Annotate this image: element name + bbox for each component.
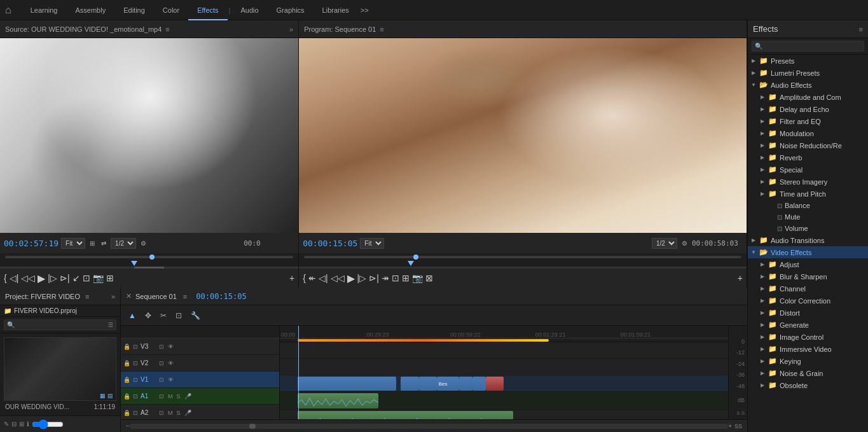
home-icon[interactable]: ⌂ [5,4,11,16]
source-scrubber-bar[interactable] [5,256,293,258]
source-scrubber[interactable] [0,253,298,261]
tree-special[interactable]: ▶ 📁 Special [748,164,868,176]
program-lift[interactable]: ⊡ [392,273,399,283]
source-play[interactable]: ▶ [38,272,45,284]
timeline-zoom-out[interactable]: − [126,422,130,429]
nav-editing[interactable]: Editing [114,0,154,20]
tool-ripple[interactable]: ✥ [142,310,154,321]
footer-info-icon[interactable]: ℹ [27,421,29,428]
track-a1-ripple[interactable]: ⊡ [158,393,165,400]
program-extract[interactable]: ⊞ [402,273,410,283]
source-step-fwd[interactable]: |▷ [48,273,57,283]
tree-amplitude[interactable]: ▶ 📁 Amplitude and Com [748,91,868,103]
tree-modulation[interactable]: ▶ 📁 Modulation [748,127,868,139]
project-menu-icon[interactable]: ≡ [85,293,89,300]
tree-noise-grain[interactable]: ▶ 📁 Noise & Grain [748,367,868,379]
source-overwrite[interactable]: ⊡ [83,273,90,283]
tool-razor[interactable]: ✂ [158,310,169,321]
timeline-scrollbar[interactable] [130,424,728,429]
track-a1-mic[interactable]: 🎤 [184,393,192,400]
timeline-close-icon[interactable]: ✕ [126,292,132,300]
track-v1-ripple[interactable]: ⊡ [158,376,165,384]
tree-obsolete[interactable]: ▶ 📁 Obsolete [748,379,868,391]
track-v1-lock[interactable]: 🔒 [123,377,130,383]
source-step-back[interactable]: ◁| [10,273,19,283]
tree-mute[interactable]: ⊡ Mute [748,211,868,223]
source-ctrl-settings[interactable]: ⚙ [139,239,148,248]
nav-color[interactable]: Color [154,0,188,20]
tree-blur-sharpen[interactable]: ▶ 📁 Blur & Sharpen [748,270,868,282]
program-step-fwd[interactable]: |▷ [357,273,367,283]
track-a2-mic[interactable]: 🎤 [184,409,192,417]
track-v3-lock[interactable]: 🔒 [123,344,130,350]
source-export-frame[interactable]: 📷 [93,273,104,283]
tree-presets[interactable]: ▶ 📁 Presets [748,55,868,67]
track-clips-a2[interactable] [280,410,728,419]
track-a2-s[interactable]: S [176,409,181,417]
source-ctrl-output[interactable]: ⊞ [88,239,97,248]
track-v1-vis[interactable]: 👁 [167,376,174,384]
track-clips-v1[interactable]: Bes [280,375,728,392]
nav-learning[interactable]: Learning [22,0,67,20]
tree-delay-echo[interactable]: ▶ 📁 Delay and Echo [748,103,868,115]
source-add-marker[interactable]: + [289,273,294,283]
footer-grid-icon[interactable]: ⊞ [19,421,24,428]
track-v3-ripple[interactable]: ⊡ [158,343,165,351]
tree-lumetri-presets[interactable]: ▶ 📁 Lumetri Presets [748,67,868,79]
tree-audio-transitions[interactable]: ▶ 📁 Audio Transitions [748,234,868,246]
track-v2-vis[interactable]: 👁 [167,359,174,367]
source-ratio-select[interactable]: 1/2 [111,238,136,249]
program-export-frame[interactable]: 📷 [412,273,423,283]
program-next-edit[interactable]: ⊳| [369,273,379,283]
tree-balance[interactable]: ⊡ Balance [748,200,868,211]
program-to-out[interactable]: ↠ [382,273,389,283]
nav-audio[interactable]: Audio [231,0,267,20]
project-size-slider[interactable] [32,419,64,429]
track-clips-v2[interactable] [280,359,728,375]
source-monitor-menu-icon[interactable]: ≡ [165,25,169,33]
tree-distort[interactable]: ▶ 📁 Distort [748,307,868,319]
tool-select[interactable]: ▲ [126,310,139,321]
nav-graphics[interactable]: Graphics [268,0,313,20]
track-a2-m[interactable]: M [167,409,174,417]
source-btn-extra[interactable]: ⊞ [106,273,114,283]
tree-image-control[interactable]: ▶ 📁 Image Control [748,331,868,343]
effects-search-input[interactable] [765,43,861,50]
project-file-name[interactable]: FIVERR VIDEO.prproj [14,307,77,314]
track-clips-v3[interactable] [280,342,728,359]
tool-snap[interactable]: ⊡ [173,310,184,321]
track-v2-ripple[interactable]: ⊡ [158,359,165,367]
nav-assembly[interactable]: Assembly [67,0,115,20]
source-inpoint-bar[interactable] [0,261,298,268]
track-a1-m[interactable]: M [167,393,174,400]
source-insert[interactable]: ↙ [72,273,80,283]
project-expand[interactable]: » [111,293,115,300]
tree-audio-effects[interactable]: ▼ 📂 Audio Effects [748,79,868,91]
track-v3-vis[interactable]: 👁 [167,343,174,351]
tree-reverb[interactable]: ▶ 📁 Reverb [748,151,868,164]
program-ratio-select[interactable]: 1/2 [652,238,677,249]
source-monitor-expand[interactable]: » [289,25,293,33]
tree-color-correction[interactable]: ▶ 📁 Color Correction [748,295,868,307]
timeline-ruler[interactable]: 00:00 :00:29:23 00:00:59:22 00:01:29:21 … [280,326,728,338]
program-rewind[interactable]: ◁◁ [331,273,345,283]
track-clips-a1[interactable] [280,392,728,410]
program-to-in[interactable]: ↞ [308,273,316,283]
source-next-edit[interactable]: ⊳| [60,273,70,283]
program-play[interactable]: ▶ [347,272,355,284]
video-clip-4[interactable]: Bes [437,377,459,391]
video-clip-2[interactable] [401,377,418,391]
tree-stereo-imagery[interactable]: ▶ 📁 Stereo Imagery [748,176,868,188]
tree-immersive-video[interactable]: ▶ 📁 Immersive Video [748,343,868,355]
program-mark-in[interactable]: { [303,273,306,283]
track-a1-lock[interactable]: 🔒 [123,393,130,400]
nav-more[interactable]: >> [361,6,369,14]
video-clip-3[interactable] [419,377,437,391]
footer-pencil-icon[interactable]: ✎ [4,421,9,428]
source-ctrl-extract[interactable]: ⇄ [99,239,108,248]
track-a2-ripple[interactable]: ⊡ [158,409,165,417]
program-ctrl-settings[interactable]: ⚙ [680,239,689,248]
nav-effects[interactable]: Effects [188,0,227,20]
source-rewind[interactable]: ◁◁ [21,273,35,283]
tool-wrench[interactable]: 🔧 [188,310,203,321]
